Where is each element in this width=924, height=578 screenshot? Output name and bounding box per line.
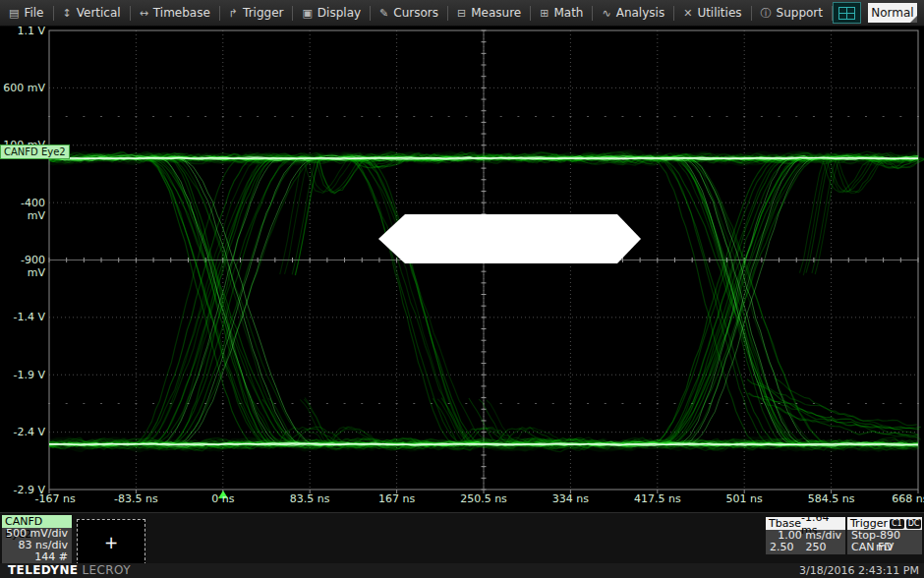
menu-item-label: Utilities (697, 6, 741, 20)
y-axis-label: -400 mV (0, 197, 45, 222)
oscilloscope-app: ▤File↕Vertical↔Timebase↱Trigger▣Display✎… (0, 0, 924, 578)
cursors-icon: ✎ (379, 7, 388, 20)
channel-tag[interactable]: CANFD Eye2 (0, 144, 70, 159)
timebase-samples: 2.50 MS (770, 542, 806, 553)
trace-count: 144 # (2, 551, 72, 563)
file-icon: ▤ (9, 7, 19, 20)
y-axis-label: -900 mV (0, 254, 45, 279)
timebase-descriptor-box[interactable]: Tbase -1.64 ms 1.00 ms/div 2.50 MS 250 M… (766, 517, 845, 554)
graticule-icon (838, 7, 855, 20)
x-axis-label: 0 ns (211, 492, 234, 505)
brand-logo: TELEDYNELECROY (8, 563, 131, 577)
y-axis-label: -1.9 V (0, 369, 45, 381)
menu-item-label: Cursors (393, 6, 438, 20)
datetime-label: 3/18/2016 2:43:11 PM (799, 564, 919, 577)
utilities-tools-icon: ✕ (683, 7, 692, 20)
math-icon: ⊞ (540, 7, 549, 20)
trace-descriptor-box[interactable]: CANFD Eye2 500 mV/div 83 ns/div 144 # (2, 515, 72, 563)
trigger-type: CAN FD (847, 542, 922, 553)
graticule-button[interactable] (833, 2, 861, 24)
y-axis-label: -2.4 V (0, 426, 45, 438)
trigger-mode-label: Normal (871, 6, 913, 20)
menu-item-label: Analysis (616, 6, 664, 20)
menu-item-file[interactable]: ▤File (0, 0, 53, 26)
menu-item-label: Measure (471, 6, 521, 20)
x-axis-label: 83.5 ns (290, 492, 330, 505)
x-axis-label: 668 ns (892, 492, 924, 505)
menu-items: ▤File↕Vertical↔Timebase↱Trigger▣Display✎… (0, 0, 833, 26)
x-axis-label: 167 ns (378, 492, 415, 505)
display-monitor-icon: ▣ (302, 7, 312, 20)
y-axis-label: 600 mV (0, 82, 45, 94)
x-axis-label: 501 ns (726, 492, 763, 505)
x-axis-label: 334 ns (552, 492, 589, 505)
menu-item-label: Timebase (153, 6, 210, 20)
x-axis-label: -167 ns (35, 492, 76, 505)
timebase-rate: 250 M... (806, 542, 842, 553)
menu-item-math[interactable]: ⊞Math (531, 0, 592, 26)
menu-item-trigger[interactable]: ↱Trigger (220, 0, 293, 26)
footer-bar: TELEDYNELECROY 3/18/2016 2:43:11 PM (0, 563, 924, 578)
support-info-icon: ⓘ (761, 6, 772, 21)
plus-icon: + (104, 533, 118, 552)
analysis-chart-icon: ∿ (602, 7, 610, 20)
eye-mask (378, 214, 641, 263)
menu-item-display[interactable]: ▣Display (293, 0, 370, 26)
menu-item-label: Vertical (77, 6, 121, 20)
y-axis-label: -1.4 V (0, 311, 45, 323)
menu-bar: ▤File↕Vertical↔Timebase↱Trigger▣Display✎… (0, 0, 924, 27)
menu-item-label: Display (318, 6, 361, 20)
status-bar: CANFD Eye2 500 mV/div 83 ns/div 144 # + … (0, 512, 924, 564)
add-trace-box[interactable]: + (77, 519, 145, 565)
measure-icon: ⊟ (457, 7, 466, 20)
vertical-arrows-icon: ↕ (63, 7, 72, 20)
trigger-edge-icon: ↱ (229, 7, 238, 20)
menu-item-vertical[interactable]: ↕Vertical (54, 0, 130, 26)
x-axis-label: 417.5 ns (634, 492, 681, 505)
menu-item-measure[interactable]: ⊟Measure (448, 0, 530, 26)
menu-item-timebase[interactable]: ↔Timebase (131, 0, 219, 26)
waveform-display[interactable] (0, 28, 924, 501)
menu-item-support[interactable]: ⓘSupport (752, 0, 832, 26)
trigger-descriptor-box[interactable]: Trigger C1 DC Stop -890 mV CAN FD (847, 517, 922, 554)
menu-item-label: Math (553, 6, 583, 20)
menu-item-analysis[interactable]: ∿Analysis (593, 0, 673, 26)
x-axis-label: 584.5 ns (808, 492, 855, 505)
y-axis-label: 1.1 V (0, 25, 45, 37)
brand-lecroy: LECROY (82, 563, 131, 577)
trigger-coupling-badge: DC (906, 519, 922, 529)
x-axis-label: 250.5 ns (460, 492, 507, 505)
x-axis-label: -83.5 ns (114, 492, 158, 505)
menu-item-cursors[interactable]: ✎Cursors (371, 0, 447, 26)
brand-teledyne: TELEDYNE (8, 563, 78, 577)
corner-fold-icon (910, 16, 917, 23)
horizontal-arrows-icon: ↔ (140, 7, 148, 20)
trigger-mode-button[interactable]: Normal (868, 3, 917, 23)
menu-item-utilities[interactable]: ✕Utilities (674, 0, 750, 26)
menu-item-label: Trigger (243, 6, 283, 20)
menu-item-label: Support (777, 6, 823, 20)
menu-item-label: File (24, 6, 43, 20)
menu-right-cluster: Normal DragAc... Undo ↶ (833, 2, 924, 25)
trigger-source-badge: C1 (890, 519, 904, 529)
